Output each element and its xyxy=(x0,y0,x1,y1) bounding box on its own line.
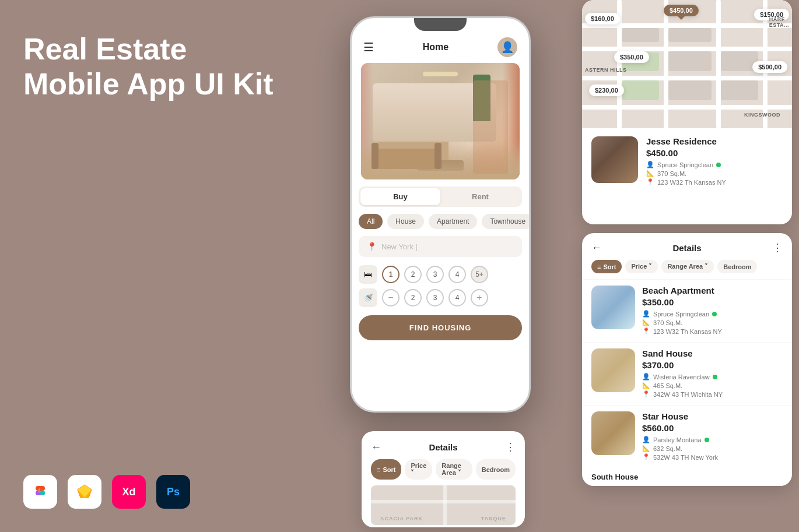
more-options-button[interactable]: ⋮ xyxy=(772,241,783,254)
phone-screen-title: Home xyxy=(423,42,448,52)
sand-name: Sand House xyxy=(642,348,783,358)
beach-price: $350.00 xyxy=(642,297,783,307)
verified-dot-st xyxy=(705,438,709,442)
verified-dot-s xyxy=(713,375,717,379)
avatar[interactable]: 👤 xyxy=(497,37,517,57)
buy-rent-tabs: Buy Rent xyxy=(359,186,522,207)
bottom-price-filter[interactable]: Price ˅ xyxy=(405,459,432,480)
price-filter[interactable]: Price ˅ xyxy=(625,260,658,273)
tool-icons-row: Xd Ps xyxy=(23,475,190,509)
person-icon: 👤 xyxy=(646,161,654,168)
sand-agent: 👤 Wisteria Ravenclaw xyxy=(642,373,783,380)
sort-icon: ≡ xyxy=(597,263,601,270)
counter-1[interactable]: 1 xyxy=(382,266,400,283)
price-tag-featured: $450,00 xyxy=(664,5,699,16)
bath-icon: 🚿 xyxy=(359,288,377,307)
sort-icon-b: ≡ xyxy=(377,466,380,473)
find-housing-button[interactable]: FIND HOUSING xyxy=(359,315,522,340)
verified-dot-b xyxy=(712,312,717,316)
jesse-name: Jesse Residence xyxy=(646,136,783,146)
bottom-sort-button[interactable]: ≡ Sort xyxy=(371,459,401,480)
counter-4[interactable]: 4 xyxy=(448,266,466,283)
size-icon-s: 📐 xyxy=(642,382,650,389)
beach-thumb xyxy=(591,286,635,329)
person-icon-s: 👤 xyxy=(642,373,650,380)
bottom-details-title: Details xyxy=(429,442,457,452)
tab-rent[interactable]: Rent xyxy=(440,188,520,205)
jesse-info: Jesse Residence $450.00 👤 Spruce Springc… xyxy=(646,136,783,187)
bottom-details-header: ← Details ⋮ xyxy=(371,441,516,453)
sand-info: Sand House $370.00 👤 Wisteria Ravenclaw … xyxy=(642,348,783,399)
plus-btn[interactable]: + xyxy=(471,289,488,306)
bottom-back-button[interactable]: ← xyxy=(371,441,381,453)
sand-price: $370.00 xyxy=(642,360,783,370)
title-line1: Real Estate xyxy=(23,32,273,67)
listing-beach: Beach Apartment $350.00 👤 Spruce Springc… xyxy=(582,279,792,342)
star-price: $560.00 xyxy=(642,423,783,433)
counter-2[interactable]: 2 xyxy=(404,266,422,283)
search-bar[interactable]: 📍 New York | xyxy=(359,236,522,257)
title-line2: Mobile App UI Kit xyxy=(23,67,273,102)
bottom-more-button[interactable]: ⋮ xyxy=(505,441,516,453)
beach-address: 📍 123 W32 Th Kansas NY xyxy=(642,327,783,335)
phone-header: ☰ Home 👤 xyxy=(352,33,529,63)
bath-4[interactable]: 4 xyxy=(448,289,466,306)
star-name: Star House xyxy=(642,411,783,421)
counter-5plus[interactable]: 5+ xyxy=(471,266,488,283)
loc-icon-b: 📍 xyxy=(642,327,650,335)
tab-buy[interactable]: Buy xyxy=(360,188,440,205)
xd-icon: Xd xyxy=(112,475,146,509)
sand-thumb xyxy=(591,348,635,392)
hamburger-icon[interactable]: ☰ xyxy=(363,40,374,54)
star-info: Star House $560.00 👤 Parsley Montana 📐 6… xyxy=(642,411,783,462)
sketch-icon xyxy=(68,475,101,509)
beach-agent: 👤 Spruce Springclean xyxy=(642,310,783,318)
bedroom-filter[interactable]: Bedroom xyxy=(717,260,757,273)
sand-address: 📍 342W 43 TH Wichita NY xyxy=(642,390,783,398)
figma-icon xyxy=(23,475,57,509)
svg-point-0 xyxy=(40,491,45,495)
location-icon-sm: 📍 xyxy=(646,178,654,186)
beach-name: Beach Apartment xyxy=(642,286,783,295)
price-tag-500: $500,00 xyxy=(752,61,787,73)
chip-house[interactable]: House xyxy=(387,214,424,229)
south-house-partial: South House xyxy=(582,468,792,481)
map-label-kingswood: KINGSWOOD xyxy=(744,112,780,118)
chip-apartment[interactable]: Apartment xyxy=(429,214,477,229)
person-icon-st: 👤 xyxy=(642,436,650,443)
bottom-details-filters: ≡ Sort Price ˅ Range Area ˅ Bedroom xyxy=(371,459,516,480)
bottom-bedroom-filter[interactable]: Bedroom xyxy=(476,459,516,480)
person-icon-b: 👤 xyxy=(642,310,650,318)
sand-size: 📐 465 Sq.M. xyxy=(642,382,783,389)
star-agent: 👤 Parsley Montana xyxy=(642,436,783,443)
chip-all[interactable]: All xyxy=(359,214,383,229)
listing-sand: Sand House $370.00 👤 Wisteria Ravenclaw … xyxy=(582,342,792,405)
map-view: $450,00 $160,00 $150,00 $350,00 $500,00 … xyxy=(582,0,792,128)
beds-counter-row: 🛏 1 2 3 4 5+ xyxy=(352,262,529,287)
counter-3[interactable]: 3 xyxy=(426,266,444,283)
star-address: 📍 532W 43 TH New York xyxy=(642,453,783,461)
details-filters: ≡ Sort Price ˅ Range Area ˅ Bedroom xyxy=(582,260,792,279)
chip-townhouse[interactable]: Townhouse xyxy=(482,214,529,229)
hero-image xyxy=(361,63,520,179)
jesse-price: $450.00 xyxy=(646,148,783,158)
back-button[interactable]: ← xyxy=(591,242,602,254)
sort-button[interactable]: ≡ Sort xyxy=(591,260,622,273)
price-tag-230: $230,00 xyxy=(589,84,624,96)
search-input: New York | xyxy=(381,242,418,251)
bath-3[interactable]: 3 xyxy=(426,289,444,306)
range-area-filter[interactable]: Range Area ˅ xyxy=(661,260,714,273)
size-icon-st: 📐 xyxy=(642,445,650,452)
loc-icon-s: 📍 xyxy=(642,390,650,398)
minus-btn[interactable]: − xyxy=(382,289,400,306)
map-label-astern: ASTERN HILLS xyxy=(585,67,627,73)
location-icon: 📍 xyxy=(367,242,377,251)
size-icon: 📐 xyxy=(646,170,654,177)
bed-icon: 🛏 xyxy=(359,265,377,284)
phone-notch xyxy=(414,18,467,31)
loc-icon-st: 📍 xyxy=(642,453,650,461)
bottom-map-preview: ACACIA PARK TANQUE xyxy=(371,485,516,525)
bath-2[interactable]: 2 xyxy=(404,289,422,306)
bottom-details-card: ← Details ⋮ ≡ Sort Price ˅ Range Area ˅ … xyxy=(362,431,525,527)
bottom-range-filter[interactable]: Range Area ˅ xyxy=(436,459,472,480)
